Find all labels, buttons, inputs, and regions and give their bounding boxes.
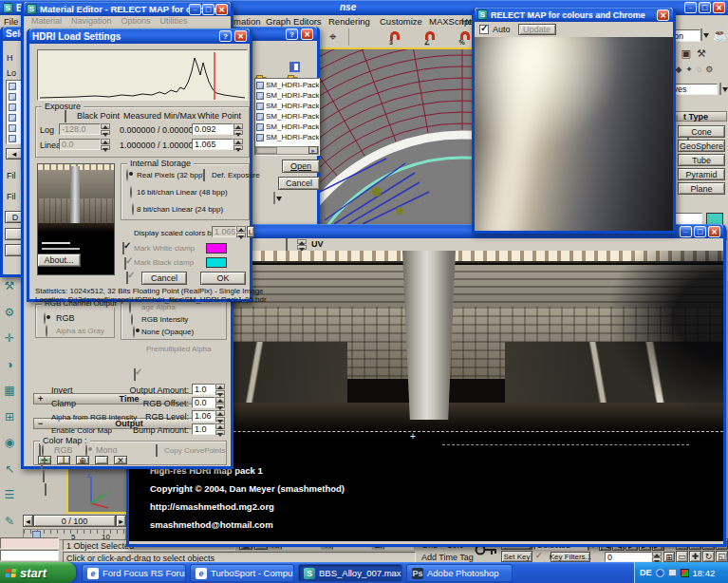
scale-point-icon[interactable]: Ⅰ (57, 456, 70, 464)
rgb-offset-field[interactable]: 0.0 (192, 397, 215, 408)
linear-field[interactable]: 0.0 (59, 139, 101, 150)
alpha-from-rgb-checkbox[interactable] (43, 470, 45, 482)
language-indicator[interactable]: DE (640, 568, 652, 577)
maximize-button[interactable] (202, 4, 215, 15)
close-button[interactable] (657, 9, 669, 21)
help-button[interactable] (286, 28, 298, 40)
time-slider-handle[interactable]: 0 / 100 (33, 515, 116, 527)
delete-point-icon[interactable]: ✕ (114, 456, 127, 464)
wp-linear-spinner[interactable] (233, 139, 243, 150)
output-amount-field[interactable]: 1.0 (192, 384, 215, 395)
view-menu-icon[interactable] (289, 62, 300, 72)
current-frame-field[interactable]: 0 (605, 552, 652, 562)
make-preview-icon[interactable]: ◉ (0, 434, 19, 451)
taskbar-task-3dsmax[interactable]: S BBS_Alloy_007.max -... (298, 564, 402, 582)
file-item[interactable]: SM_HDRI-Pack1-1 (256, 90, 318, 101)
percent-snap-icon[interactable]: % (460, 31, 470, 40)
minimize-button[interactable] (684, 2, 697, 13)
primitives-dropdown-arrow[interactable] (719, 83, 721, 95)
white-clamp-color-swatch[interactable] (206, 243, 227, 254)
linear-spinner[interactable] (101, 139, 110, 150)
rgb-intensity-radio[interactable] (131, 313, 133, 326)
arc-rotate-icon[interactable]: ↻ (702, 551, 715, 562)
region-zoom-icon[interactable]: ▭ (676, 551, 688, 562)
cameras-icon[interactable]: ◌ (697, 65, 701, 77)
angle-snap-icon[interactable]: ∠ (425, 31, 435, 40)
file-item[interactable]: SM_HDRI-Pack1-2 (256, 122, 318, 132)
filetype-dropdown-arrow[interactable] (273, 192, 275, 204)
linear48-radio[interactable] (130, 186, 132, 198)
close-button[interactable] (234, 30, 247, 42)
close-button[interactable] (708, 226, 720, 237)
key-filters-button[interactable]: Key Filters... (551, 552, 590, 562)
rgb-offset-spinner[interactable] (215, 397, 225, 408)
frame-spinner[interactable] (652, 552, 662, 562)
viewport-perspective[interactable] (320, 49, 472, 224)
close-button[interactable] (215, 4, 228, 15)
wp-log-spinner[interactable] (233, 123, 243, 135)
relect-titlebar[interactable]: S RELECT MAP for colours and Chrome (475, 8, 673, 22)
corner-point-icon[interactable]: ⌒ (95, 456, 108, 464)
display-scaled-checkbox[interactable] (122, 242, 124, 254)
systems-icon[interactable]: ⚙ (705, 65, 713, 77)
log-field[interactable]: -128.0 (59, 123, 101, 135)
add-time-tag[interactable]: Add Time Tag (421, 553, 474, 562)
listener-field[interactable] (0, 550, 59, 561)
real-pixels-radio[interactable] (126, 169, 128, 181)
white-point-log-field[interactable]: 0.092 (192, 123, 233, 135)
shapes-icon[interactable]: ◆ (675, 65, 681, 77)
add-point-icon[interactable]: ⊕ (76, 456, 89, 464)
tray-display-icon[interactable] (668, 569, 677, 576)
tab-utilities-icon[interactable]: ⚒ (697, 47, 706, 61)
time-slider-prev-icon[interactable]: ◂ (23, 515, 33, 527)
material-navigator-icon[interactable]: ☰ (0, 486, 19, 503)
l-button[interactable]: L (247, 226, 254, 237)
rgb-radio[interactable] (44, 312, 46, 325)
menu-file[interactable]: File (4, 16, 18, 27)
minimize-button[interactable] (680, 226, 692, 237)
move-point-icon[interactable]: ✛ (38, 456, 51, 464)
file-item[interactable]: SM_HDRI-Pack1-2 (256, 132, 318, 142)
channel-spinner[interactable] (297, 239, 307, 250)
close-button[interactable] (301, 28, 313, 40)
menu-utilities[interactable]: Utilities (160, 16, 188, 28)
rgb-level-spinner[interactable] (215, 410, 225, 422)
ok-button[interactable]: OK (200, 272, 246, 285)
maximize-button[interactable] (699, 2, 711, 13)
min-max-toggle-icon[interactable]: ◱ (716, 551, 728, 562)
background-checker-icon[interactable]: ▦ (0, 382, 19, 399)
linear24-radio[interactable] (132, 203, 134, 216)
taskbar-task-ford[interactable]: e Ford Focus RS Forum... (82, 564, 186, 582)
viewport-left-fragment[interactable]: z y (66, 469, 126, 514)
render-type-dropdown-arrow[interactable] (700, 28, 702, 41)
enable-color-map-checkbox[interactable] (45, 483, 47, 496)
geosphere-button[interactable]: GeoSphere (678, 140, 725, 152)
backlight-icon[interactable]: ◑ (0, 356, 19, 373)
hdri-dialog-titlebar[interactable]: HDRI Load Settings (29, 28, 250, 44)
mark-black-clamp-checkbox[interactable] (126, 272, 128, 284)
uv-tiling-icon[interactable]: ✛ (0, 329, 19, 347)
def-exposure-checkbox[interactable] (203, 169, 205, 181)
help-button[interactable] (219, 30, 232, 42)
display-scaled-spinner[interactable] (236, 226, 246, 237)
alpha-as-gray-radio[interactable] (46, 325, 47, 337)
file-list-hscrollbar[interactable]: ▸ (255, 146, 319, 155)
menu-customize[interactable]: Customize (380, 16, 422, 27)
menu-material[interactable]: Material (31, 16, 62, 28)
premultiplied-alpha-checkbox[interactable] (134, 368, 136, 381)
black-point-checkbox[interactable] (65, 110, 66, 122)
select-and-manipulate-icon[interactable]: ⌖ (329, 29, 336, 45)
macro-recorder-field[interactable] (0, 537, 59, 549)
select-by-material-icon[interactable]: ↖ (0, 461, 19, 478)
time-slider-next-icon[interactable]: ▸ (116, 515, 126, 527)
open-button[interactable]: Open (282, 160, 320, 173)
file-item[interactable]: SM_HDRI-Pack1-2 (256, 101, 318, 111)
material-editor-titlebar[interactable]: S Material Editor - RELECT MAP for colou… (24, 2, 231, 16)
rgb-level-field[interactable]: 1.06 (192, 410, 215, 422)
plane-button[interactable]: Plane (678, 182, 725, 195)
channel-checkbox[interactable] (286, 238, 288, 251)
snap-toggle-icon[interactable]: 3 (390, 31, 400, 40)
output-amount-spinner[interactable] (215, 384, 225, 395)
log-spinner[interactable] (101, 123, 110, 135)
mark-white-clamp-checkbox[interactable] (124, 257, 126, 270)
